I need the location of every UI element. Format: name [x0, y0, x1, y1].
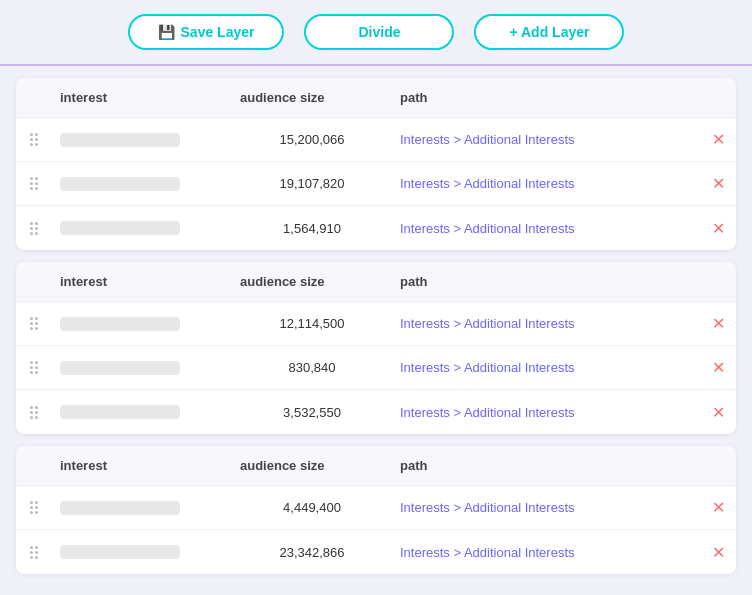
table-row: 12,114,500 Interests > Additional Intere…	[16, 302, 736, 346]
col-interest-1: interest	[52, 86, 232, 109]
col-audience-2: audience size	[232, 270, 392, 293]
col-interest-3: interest	[52, 454, 232, 477]
path-value: Interests > Additional Interests	[392, 496, 700, 519]
add-layer-button[interactable]: + Add Layer	[474, 14, 624, 50]
col-path-1: path	[392, 86, 700, 109]
path-value: Interests > Additional Interests	[392, 356, 700, 379]
remove-button[interactable]: ✕	[700, 170, 736, 197]
table-row: 4,449,400 Interests > Additional Interes…	[16, 486, 736, 530]
col-path-2: path	[392, 270, 700, 293]
table-2-header: interest audience size path	[16, 262, 736, 302]
audience-size-value: 3,532,550	[232, 401, 392, 424]
table-row: 19,107,820 Interests > Additional Intere…	[16, 162, 736, 206]
table-row: 1,564,910 Interests > Additional Interes…	[16, 206, 736, 250]
save-label: Save Layer	[181, 24, 255, 40]
table-row: 23,342,866 Interests > Additional Intere…	[16, 530, 736, 574]
table-row: 3,532,550 Interests > Additional Interes…	[16, 390, 736, 434]
interest-name-blurred	[60, 133, 180, 147]
remove-button[interactable]: ✕	[700, 354, 736, 381]
col-path-3: path	[392, 454, 700, 477]
save-icon: 💾	[158, 24, 175, 40]
table-section-3: interest audience size path 4,449,400 In…	[16, 446, 736, 574]
divide-label: Divide	[358, 24, 400, 40]
table-row: 830,840 Interests > Additional Interests…	[16, 346, 736, 390]
path-value: Interests > Additional Interests	[392, 172, 700, 195]
remove-button[interactable]: ✕	[700, 494, 736, 521]
audience-size-value: 23,342,866	[232, 541, 392, 564]
toolbar: 💾 Save Layer Divide + Add Layer	[0, 0, 752, 66]
remove-button[interactable]: ✕	[700, 310, 736, 337]
save-layer-button[interactable]: 💾 Save Layer	[128, 14, 285, 50]
col-audience-3: audience size	[232, 454, 392, 477]
path-value: Interests > Additional Interests	[392, 217, 700, 240]
drag-handle[interactable]	[16, 542, 52, 563]
col-audience-1: audience size	[232, 86, 392, 109]
table-section-2: interest audience size path 12,114,500 I…	[16, 262, 736, 434]
audience-size-value: 1,564,910	[232, 217, 392, 240]
path-value: Interests > Additional Interests	[392, 128, 700, 151]
interest-name-blurred	[60, 221, 180, 235]
remove-button[interactable]: ✕	[700, 399, 736, 426]
drag-handle[interactable]	[16, 173, 52, 194]
audience-size-value: 4,449,400	[232, 496, 392, 519]
interest-name-blurred	[60, 545, 180, 559]
table-1-header: interest audience size path	[16, 78, 736, 118]
interest-name-blurred	[60, 361, 180, 375]
interest-name-blurred	[60, 501, 180, 515]
add-layer-label: + Add Layer	[509, 24, 589, 40]
drag-handle[interactable]	[16, 402, 52, 423]
col-interest-2: interest	[52, 270, 232, 293]
interest-name-blurred	[60, 317, 180, 331]
remove-button[interactable]: ✕	[700, 539, 736, 566]
drag-handle[interactable]	[16, 218, 52, 239]
drag-handle[interactable]	[16, 357, 52, 378]
drag-handle[interactable]	[16, 497, 52, 518]
content-area: interest audience size path 15,200,066 I…	[0, 66, 752, 586]
divide-button[interactable]: Divide	[304, 14, 454, 50]
interest-name-blurred	[60, 405, 180, 419]
audience-size-value: 830,840	[232, 356, 392, 379]
remove-button[interactable]: ✕	[700, 126, 736, 153]
path-value: Interests > Additional Interests	[392, 401, 700, 424]
drag-handle[interactable]	[16, 313, 52, 334]
remove-button[interactable]: ✕	[700, 215, 736, 242]
audience-size-value: 12,114,500	[232, 312, 392, 335]
table-3-header: interest audience size path	[16, 446, 736, 486]
audience-size-value: 19,107,820	[232, 172, 392, 195]
drag-handle[interactable]	[16, 129, 52, 150]
table-section-1: interest audience size path 15,200,066 I…	[16, 78, 736, 250]
table-row: 15,200,066 Interests > Additional Intere…	[16, 118, 736, 162]
path-value: Interests > Additional Interests	[392, 541, 700, 564]
path-value: Interests > Additional Interests	[392, 312, 700, 335]
audience-size-value: 15,200,066	[232, 128, 392, 151]
interest-name-blurred	[60, 177, 180, 191]
